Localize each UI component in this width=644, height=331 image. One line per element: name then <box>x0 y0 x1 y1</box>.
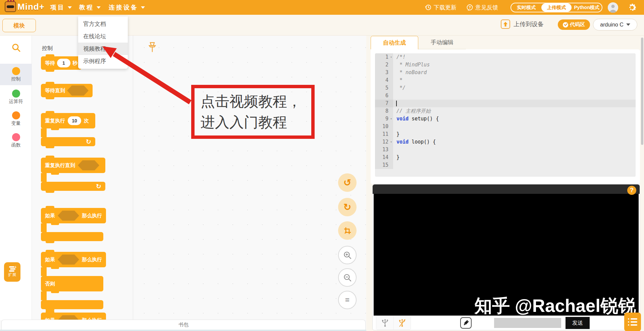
workspace-canvas[interactable] <box>133 36 366 320</box>
zoom-in-icon <box>343 251 352 260</box>
usb-connect-button[interactable] <box>376 316 393 330</box>
sidebar-category-2[interactable]: 运算符 <box>0 86 32 108</box>
reset-zoom-button[interactable]: = <box>338 291 357 309</box>
palette-block-3[interactable]: 重复执行10次↻ <box>41 113 131 146</box>
code-line-1: 1▾/*! <box>375 53 636 61</box>
extensions-button[interactable]: + 扩展 <box>4 262 20 282</box>
tab-auto-generate[interactable]: 自动生成 <box>371 36 418 49</box>
serial-console-panel: ? 知乎 @Rachael锐锐 <box>372 184 640 330</box>
avatar-person-icon <box>608 2 618 13</box>
code-panel: 自动生成 手动编辑 1▾/*!2 * MindPlus3 * noBoard4 … <box>371 36 640 184</box>
tab-manual-edit[interactable]: 手动编辑 <box>418 36 466 49</box>
category-color-dot <box>12 111 20 119</box>
console-output[interactable]: 知乎 @Rachael锐锐 <box>374 194 639 316</box>
upload-to-device-label: 上传到设备 <box>514 20 544 28</box>
block-condition-slot[interactable] <box>58 211 79 221</box>
upload-to-device-button[interactable]: 上传到设备 <box>501 19 544 29</box>
block-label: 那么执行 <box>82 213 102 219</box>
menu-connect-device[interactable]: 连接设备 <box>109 0 145 15</box>
help-button[interactable]: ? <box>627 186 636 195</box>
category-label: 运算符 <box>9 99 23 105</box>
menu-connect-device-label: 连接设备 <box>109 3 138 11</box>
code-area-button[interactable]: 代码区 <box>558 19 590 30</box>
brush-icon <box>463 320 469 326</box>
code-scrollbar[interactable] <box>641 38 643 145</box>
block-label: 等待 <box>45 60 55 66</box>
user-avatar[interactable] <box>608 2 618 13</box>
loop-arrow-icon: ↻ <box>86 139 91 145</box>
menu-item-2[interactable]: 在线论坛 <box>78 30 128 43</box>
palette-block-2[interactable]: 等待直到 <box>41 84 131 97</box>
code-line-13: 13 <box>375 146 636 154</box>
download-update-link[interactable]: 下载更新 <box>425 0 457 15</box>
update-clock-icon <box>425 4 432 11</box>
menu-project[interactable]: 项目 <box>50 0 72 15</box>
usb-button-group <box>376 316 411 330</box>
palette-block-5[interactable]: 如果那么执行 <box>41 208 131 241</box>
chevron-down-icon <box>97 6 101 9</box>
sidebar-category-1[interactable]: 控制 <box>0 64 32 85</box>
loop-arrow-icon: ↻ <box>96 183 101 189</box>
block-label: 如果 <box>45 257 55 263</box>
mindplus-logo[interactable]: Mind+ <box>5 1 45 12</box>
block-label: 那么执行 <box>82 257 102 263</box>
list-icon <box>628 318 637 320</box>
undo-button[interactable]: ↺ <box>338 173 357 192</box>
menu-item-3[interactable]: 视频教程 <box>78 43 128 55</box>
send-button[interactable]: 发送 <box>566 317 590 329</box>
block-condition-slot[interactable] <box>58 255 79 265</box>
zoom-in-button[interactable] <box>338 246 357 264</box>
equals-icon: = <box>345 296 350 305</box>
palette-block-7[interactable]: 如果那么执行 <box>41 313 131 320</box>
code-line-11: 11} <box>375 130 636 138</box>
mode-python[interactable]: Python模式 <box>572 3 602 12</box>
code-line-4: 4 * <box>375 76 636 84</box>
settings-gear-icon[interactable] <box>627 2 637 13</box>
code-line-10: 10 <box>375 123 636 130</box>
pin-icon[interactable] <box>148 42 157 54</box>
board-select-value: arduino C <box>600 22 623 28</box>
search-button[interactable] <box>0 39 32 56</box>
palette-blocks: 等待1秒等待直到重复执行10次↻重复执行直到↻如果那么执行如果那么执行否则如果那… <box>41 56 131 320</box>
code-tabs: 自动生成 手动编辑 <box>371 36 466 49</box>
code-editor[interactable]: 1▾/*!2 * MindPlus3 * noBoard4 *5 */678//… <box>375 53 636 177</box>
menu-tutorial[interactable]: 教程 <box>79 0 101 15</box>
chevron-down-icon <box>68 6 72 9</box>
console-list-button[interactable] <box>624 313 641 331</box>
code-line-15: 15 <box>375 161 636 169</box>
block-number-input[interactable]: 1 <box>57 59 70 67</box>
palette-block-6[interactable]: 如果那么执行否则 <box>41 252 131 309</box>
feedback-label: 意见反馈 <box>475 4 498 11</box>
svg-text:?: ? <box>469 5 471 9</box>
mode-upload[interactable]: 上传模式 <box>541 3 572 12</box>
mindplus-window: Mind+ 项目 教程 连接设备 下载更新 ? <box>0 0 644 331</box>
code-line-9: 9▾void setup() { <box>375 115 636 123</box>
code-area-label: 代码区 <box>570 21 585 28</box>
logo-text: Mind+ <box>17 2 45 12</box>
redo-button[interactable]: ↻ <box>338 198 357 216</box>
usb-disconnect-button[interactable] <box>393 316 411 330</box>
menu-item-1[interactable]: 官方文档 <box>78 18 128 30</box>
serial-input-field[interactable] <box>494 318 561 328</box>
backpack-bar[interactable]: 书包 <box>1 320 366 330</box>
sidebar-category-4[interactable]: 函数 <box>0 130 32 151</box>
board-select-dropdown[interactable]: arduino C <box>593 19 637 31</box>
zoom-out-button[interactable] <box>338 268 357 287</box>
tutorial-dropdown-menu: 官方文档在线论坛视频教程示例程序 <box>78 16 128 69</box>
feedback-link[interactable]: ? 意见反馈 <box>466 0 498 15</box>
sidebar-category-3[interactable]: 变量 <box>0 108 32 129</box>
code-line-3: 3 * noBoard <box>375 69 636 76</box>
category-label: 控制 <box>11 76 21 82</box>
mode-realtime[interactable]: 实时模式 <box>511 3 541 12</box>
palette-block-4[interactable]: 重复执行直到↻ <box>41 158 131 191</box>
backpack-label: 书包 <box>178 322 189 328</box>
tab-modules[interactable]: 模块 <box>2 19 36 32</box>
clear-console-button[interactable] <box>460 317 472 329</box>
screenshot-crop-button[interactable] <box>338 221 357 240</box>
block-number-input[interactable]: 10 <box>68 116 81 125</box>
zoom-out-icon <box>343 273 352 282</box>
block-condition-slot[interactable] <box>78 160 99 170</box>
block-condition-slot[interactable] <box>67 86 89 96</box>
category-color-dot <box>12 67 20 75</box>
menu-item-4[interactable]: 示例程序 <box>78 55 128 67</box>
